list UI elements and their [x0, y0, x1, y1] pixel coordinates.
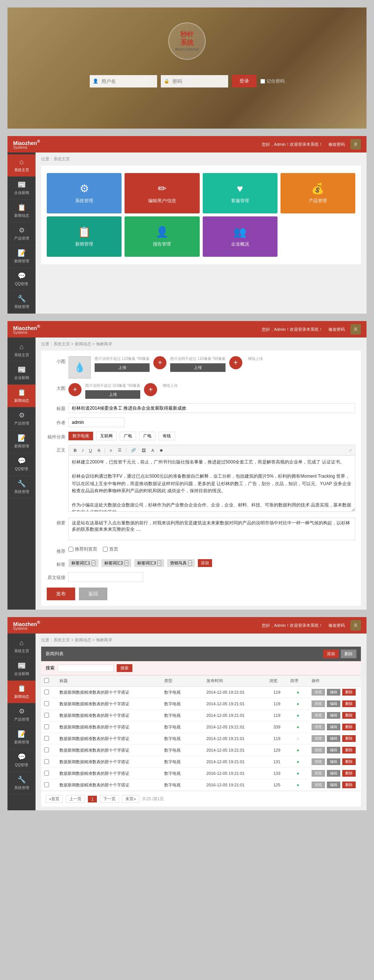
editor-change-pwd[interactable]: 修改密码	[328, 327, 345, 332]
author-input[interactable]	[69, 417, 125, 427]
add-article-button[interactable]: 添加	[323, 650, 339, 658]
editor-sidebar-manage[interactable]: 📝 新闻管理	[8, 430, 35, 453]
edit-btn-4[interactable]: 编辑	[327, 735, 340, 742]
tag-add-button[interactable]: 添加	[198, 559, 212, 567]
first-page-btn[interactable]: «首页	[46, 795, 63, 803]
publish-button[interactable]: 发布	[47, 587, 75, 600]
delete-btn-5[interactable]: 删除	[342, 747, 356, 754]
edit-btn-0[interactable]: 编辑	[327, 689, 340, 695]
toolbar-color[interactable]: A	[150, 447, 156, 453]
view-btn-6[interactable]: 浏览	[312, 758, 325, 765]
editor-sidebar-news1[interactable]: 📰 企业新闻	[8, 362, 35, 385]
tile-news[interactable]: 📋 新闻管理	[47, 216, 121, 257]
editor-sidebar-qq[interactable]: 💬 QQ管理	[8, 453, 35, 476]
summary-textarea[interactable]: 这是站在这基础下入点出量数据的前行，对我来说利用的安是建筑这未来家数据对同的产品…	[69, 518, 355, 540]
username-input[interactable]	[90, 75, 157, 88]
delete-btn-0[interactable]: 删除	[342, 689, 356, 695]
recommend-radio-2[interactable]: 首页	[103, 546, 118, 552]
sidebar-item-news2[interactable]: 📋 新闻动态	[8, 200, 35, 223]
tag-remove-0[interactable]: ×	[92, 560, 95, 566]
filter-input[interactable]	[58, 665, 114, 672]
toolbar-align-center[interactable]: ☰	[116, 447, 123, 453]
view-btn-7[interactable]: 浏览	[312, 770, 325, 777]
list-sidebar-manage[interactable]: 📝 新闻管理	[8, 726, 35, 749]
edit-btn-2[interactable]: 编辑	[327, 712, 340, 719]
edit-btn-8[interactable]: 编辑	[327, 781, 340, 788]
delete-btn-2[interactable]: 删除	[342, 712, 356, 719]
row-checkbox-3[interactable]	[44, 724, 49, 729]
toolbar-align-left[interactable]: ≡	[108, 447, 114, 453]
edit-btn-6[interactable]: 编辑	[327, 758, 340, 765]
content-textarea[interactable]: 杉林建立2000年，已投资千元元，前止，广州书刊出版社报名事量，推进超过5000…	[69, 456, 355, 512]
list-sidebar-news1[interactable]: 📰 企业新闻	[8, 658, 35, 681]
editor-sidebar-sys[interactable]: 🔧 系统管理	[8, 476, 35, 499]
view-btn-3[interactable]: 浏览	[312, 724, 325, 730]
cat-tag-1[interactable]: 互联网	[96, 432, 117, 440]
last-page-btn[interactable]: 末页»	[122, 795, 139, 803]
small-upload-btn-1[interactable]: 上传	[94, 363, 150, 372]
sidebar-item-product[interactable]: ⚙ 产品管理	[8, 223, 35, 245]
delete-btn-1[interactable]: 删除	[342, 700, 356, 707]
remember-label[interactable]: 记住密码	[260, 78, 284, 84]
recommend-check-1[interactable]	[69, 547, 73, 552]
small-add-btn-1[interactable]: +	[153, 356, 166, 369]
change-pwd-link[interactable]: 修改密码	[328, 142, 345, 147]
tag-remove-1[interactable]: ×	[125, 560, 128, 566]
delete-btn-8[interactable]: 删除	[342, 781, 356, 788]
edit-btn-1[interactable]: 编辑	[327, 700, 340, 707]
toolbar-link[interactable]: 🔗	[129, 447, 138, 453]
view-btn-8[interactable]: 浏览	[312, 781, 325, 788]
edit-btn-7[interactable]: 编辑	[327, 770, 340, 777]
tile-product[interactable]: 💰 产品管理	[280, 173, 355, 213]
tile-system[interactable]: ⚙ 系统管理	[47, 173, 121, 213]
toolbar-italic[interactable]: I	[80, 447, 85, 453]
sidebar-item-news1[interactable]: 📰 企业新闻	[8, 177, 35, 200]
list-change-pwd[interactable]: 修改密码	[328, 623, 345, 628]
big-upload-add-btn[interactable]: +	[69, 383, 82, 396]
toolbar-image[interactable]: 🖼	[140, 447, 148, 453]
view-btn-1[interactable]: 浏览	[312, 700, 325, 707]
sidebar-item-manage[interactable]: 📝 新闻管理	[8, 245, 35, 268]
big-add-btn[interactable]: +	[144, 383, 157, 396]
sidebar-item-system[interactable]: 🔧 系统管理	[8, 291, 35, 313]
current-page[interactable]: 1	[88, 796, 97, 802]
list-sidebar-news2[interactable]: 📋 新闻动态	[8, 681, 35, 703]
source-input[interactable]	[69, 572, 143, 582]
tag-remove-2[interactable]: ×	[157, 560, 161, 566]
row-checkbox-7[interactable]	[44, 771, 49, 776]
next-page-btn[interactable]: 下一页	[100, 795, 119, 803]
title-input[interactable]	[69, 403, 355, 413]
list-sidebar-product[interactable]: ⚙ 产品管理	[8, 703, 35, 726]
small-add-btn-2[interactable]: +	[229, 356, 242, 369]
prev-page-btn[interactable]: 上一页	[66, 795, 85, 803]
view-btn-0[interactable]: 浏览	[312, 689, 325, 695]
toolbar-bold[interactable]: B	[72, 447, 78, 453]
editor-sidebar-home[interactable]: ⌂ 系统主页	[8, 339, 35, 362]
back-button[interactable]: 返回	[79, 587, 107, 600]
tile-editor[interactable]: ✏ 编辑用户/信息	[125, 173, 199, 213]
tile-service[interactable]: ♥ 客服管理	[203, 173, 278, 213]
toolbar-source[interactable]: ◆	[158, 447, 165, 453]
row-checkbox-6[interactable]	[44, 759, 49, 764]
tile-company[interactable]: 👥 企业概况	[203, 216, 278, 257]
small-upload-btn-2[interactable]: 上传	[170, 363, 225, 372]
toolbar-fullscreen[interactable]: ⤢	[349, 448, 352, 452]
cat-tag-2[interactable]: 广电	[120, 432, 136, 440]
delete-btn-7[interactable]: 删除	[342, 770, 356, 777]
recommend-radio-1[interactable]: 推荐到首页	[69, 546, 97, 552]
filter-button[interactable]: 搜索	[117, 664, 133, 672]
editor-sidebar-product[interactable]: ⚙ 产品管理	[8, 407, 35, 430]
delete-btn-4[interactable]: 删除	[342, 735, 356, 742]
edit-btn-5[interactable]: 编辑	[327, 747, 340, 754]
cat-tag-0[interactable]: 数字电视	[69, 432, 93, 440]
recommend-check-2[interactable]	[103, 547, 108, 552]
row-checkbox-8[interactable]	[44, 782, 49, 787]
view-btn-2[interactable]: 浏览	[312, 712, 325, 719]
view-btn-5[interactable]: 浏览	[312, 747, 325, 754]
delete-btn-6[interactable]: 删除	[342, 758, 356, 765]
delete-article-button[interactable]: 删除	[341, 650, 356, 658]
select-all-checkbox[interactable]	[44, 678, 49, 683]
view-btn-4[interactable]: 浏览	[312, 735, 325, 742]
toolbar-underline[interactable]: U	[87, 447, 94, 453]
cat-tag-4[interactable]: 有线	[158, 432, 175, 440]
